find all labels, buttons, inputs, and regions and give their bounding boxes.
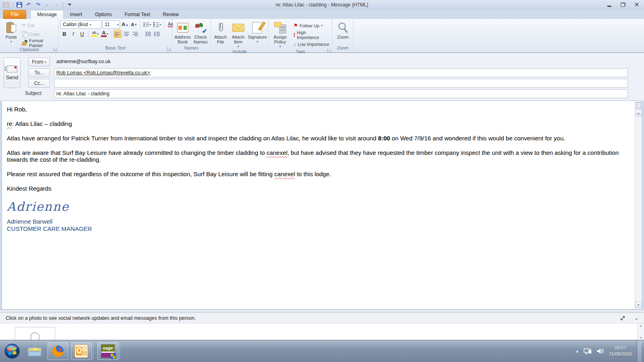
bold-button[interactable]: B: [60, 30, 68, 38]
pane-splitter[interactable]: [0, 310, 644, 313]
network-icon[interactable]: [584, 348, 592, 354]
body-scrollbar[interactable]: ▲ ▼: [635, 101, 642, 309]
font-name-combo[interactable]: Calibri (Bod▾: [60, 21, 101, 29]
volume-icon[interactable]: [597, 348, 604, 354]
highlight-button[interactable]: ab▾: [91, 30, 99, 38]
copy-button: Copy: [21, 30, 57, 38]
align-center-button[interactable]: [122, 30, 130, 38]
undo-button[interactable]: ↶: [25, 1, 33, 8]
tab-file[interactable]: File: [3, 10, 26, 19]
recipient-chip[interactable]: Rob Lomas <Rob.Lomas@trevella.co.uk>: [56, 70, 150, 76]
minimize-button[interactable]: [604, 1, 615, 8]
sage-icon: sage: [101, 344, 115, 358]
subject-field[interactable]: re: Atlas Lilac - cladding: [54, 89, 628, 98]
align-left-button[interactable]: [114, 30, 122, 38]
cc-field[interactable]: [54, 79, 628, 88]
message-body[interactable]: Hi Rob, re: Atlas Lilac – cladding Atlas…: [2, 101, 642, 310]
signature-button[interactable]: Signature ▾: [248, 20, 267, 49]
message-text[interactable]: Hi Rob, re: Atlas Lilac – cladding Atlas…: [7, 106, 630, 232]
paste-button[interactable]: Paste ▾: [2, 20, 21, 47]
font-size-combo[interactable]: 11▾: [102, 21, 120, 29]
tab-options[interactable]: Options: [89, 10, 118, 19]
taskbar-sage-button[interactable]: sage: [97, 342, 118, 360]
restore-button[interactable]: [617, 1, 629, 8]
people-pane-scrollbar[interactable]: ▲▼: [637, 323, 644, 340]
tab-insert[interactable]: Insert: [64, 10, 89, 19]
follow-up-button[interactable]: ⚑ Follow Up▾: [292, 21, 330, 30]
redo-button[interactable]: ↷: [34, 1, 42, 8]
group-label: Names: [184, 45, 198, 50]
windows-logo-icon: [4, 343, 20, 359]
taskbar: sage ▲ 09:57 31/08/2016: [0, 340, 644, 362]
check-names-icon: ✔: [194, 23, 206, 33]
paragraph: Atlas have arranged for Patrick Turner f…: [7, 135, 630, 142]
folder-icon: [27, 345, 42, 357]
cc-button[interactable]: Cc...: [28, 79, 50, 88]
title-bar: ↶ ↷ ▲ ▼ ▾ re: Atlas Lilac - cladding - M…: [0, 0, 644, 10]
qat-separator: [63, 2, 63, 8]
high-importance-icon: !: [293, 32, 295, 38]
window-mail-icon: [2, 1, 10, 8]
numbering-button[interactable]: ▾: [153, 21, 162, 29]
decrease-indent-icon: [145, 32, 151, 36]
format-painter-button[interactable]: Format Painter: [21, 39, 57, 47]
close-button[interactable]: ✕: [631, 1, 642, 8]
to-field[interactable]: Rob Lomas <Rob.Lomas@trevella.co.uk>;: [54, 68, 628, 77]
clock-date: 31/08/2016: [609, 351, 632, 357]
window-title: re: Atlas Lilac - cladding - Message (HT…: [0, 2, 644, 8]
check-names-button[interactable]: ✔ Check Names: [192, 20, 209, 45]
from-button[interactable]: From▾: [28, 58, 50, 66]
taskbar-firefox-button[interactable]: [47, 342, 68, 360]
tags-dialog-launcher-icon[interactable]: [327, 49, 331, 53]
expand-pane-icon[interactable]: [620, 315, 625, 321]
qat-separator: [12, 2, 13, 8]
decrease-indent-button[interactable]: [144, 30, 152, 38]
italic-button[interactable]: I: [69, 30, 77, 38]
view-ruler-icon[interactable]: [636, 102, 641, 109]
show-hidden-icons-button[interactable]: ▲: [576, 349, 579, 353]
assign-policy-button[interactable]: Assign Policy ▾: [270, 20, 290, 49]
save-button[interactable]: [15, 1, 23, 8]
quick-access-toolbar: ↶ ↷ ▲ ▼ ▾: [0, 0, 74, 10]
address-book-button[interactable]: Address Book: [174, 20, 191, 45]
attach-file-button[interactable]: Attach File: [213, 20, 229, 49]
re-line: re: Atlas Lilac – cladding: [7, 120, 630, 127]
attach-item-button[interactable]: Attach Item ▾: [229, 20, 247, 49]
taskbar-clock[interactable]: 09:57 31/08/2016: [609, 345, 632, 357]
high-importance-button[interactable]: ! High Importance: [292, 31, 330, 39]
contact-photo-placeholder[interactable]: [15, 327, 55, 340]
send-button[interactable]: Send: [4, 58, 21, 88]
signature-icon: [252, 22, 262, 33]
low-importance-button[interactable]: ↓ Low Importance: [292, 40, 330, 48]
align-right-button[interactable]: [131, 30, 139, 38]
people-pane-body: ▲▼: [0, 323, 644, 340]
copy-icon: [22, 31, 28, 37]
increase-indent-icon: [154, 32, 160, 36]
signature-script: Adrienne: [7, 203, 630, 210]
scroll-up-button[interactable]: ▲: [636, 110, 642, 116]
tab-message[interactable]: Message: [30, 10, 64, 19]
show-desktop-button[interactable]: [637, 340, 642, 362]
to-button[interactable]: To...: [28, 68, 50, 77]
zoom-button[interactable]: Zoom: [334, 20, 351, 45]
grow-font-button[interactable]: A▲: [121, 21, 129, 29]
tab-review[interactable]: Review: [157, 10, 185, 19]
greeting-line: Hi Rob,: [7, 106, 630, 113]
group-basic-text: Calibri (Bod▾ 11▾ A▲ A▼ ▾ ▾ Aa: [59, 19, 172, 52]
font-color-button[interactable]: A▾: [100, 30, 109, 38]
paste-icon: [6, 21, 16, 35]
taskbar-explorer-button[interactable]: [24, 342, 45, 360]
taskbar-outlook-button[interactable]: [71, 342, 92, 360]
customize-qat-button[interactable]: ▾: [66, 1, 74, 8]
increase-indent-button[interactable]: [153, 30, 161, 38]
chevron-down-icon[interactable]: ⌄: [634, 315, 638, 321]
format-painter-icon: [22, 40, 28, 46]
basic-text-dialog-launcher-icon[interactable]: [167, 47, 171, 51]
tab-format-text[interactable]: Format Text: [118, 10, 156, 19]
underline-button[interactable]: U: [78, 30, 86, 38]
scroll-down-button[interactable]: ▼: [635, 302, 642, 308]
clipboard-dialog-launcher-icon[interactable]: [54, 47, 58, 51]
start-button[interactable]: [2, 342, 22, 360]
shrink-font-button[interactable]: A▼: [130, 21, 138, 29]
bullets-button[interactable]: ▾: [142, 21, 152, 29]
